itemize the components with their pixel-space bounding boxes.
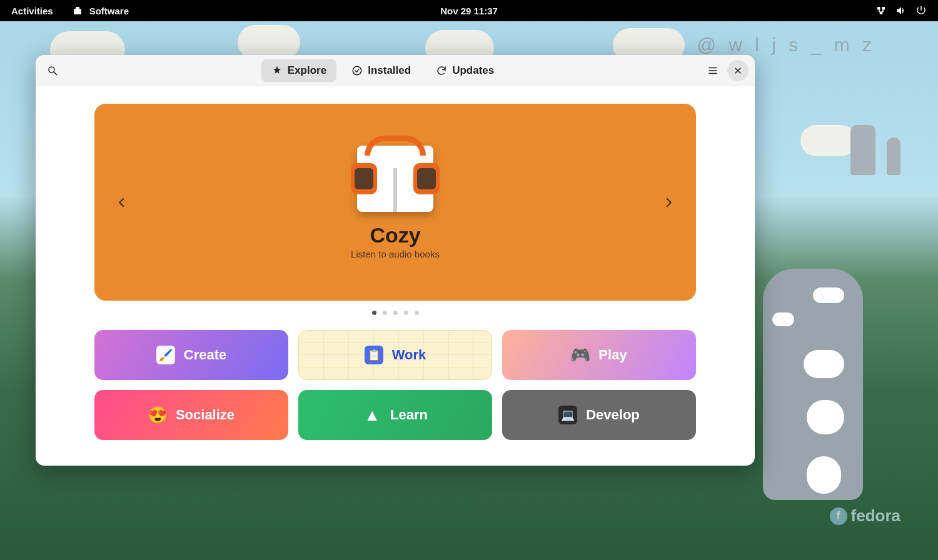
hamburger-icon: [707, 65, 719, 76]
category-label: Play: [598, 347, 627, 363]
network-icon: [875, 5, 887, 16]
fedora-label: fedora: [851, 506, 900, 526]
category-social[interactable]: 😍Socialize: [94, 390, 288, 440]
svg-point-4: [353, 66, 361, 75]
tower-window: [813, 288, 844, 303]
banner-pagination: [94, 311, 696, 315]
activities-button[interactable]: Activities: [11, 6, 53, 16]
category-grid: 🖌️Create📋Work🎮Play😍Socialize▲Learn💻Devel…: [94, 330, 696, 440]
stone-decoration: [850, 125, 875, 175]
develop-icon: 💻: [558, 406, 577, 424]
svg-line-3: [54, 72, 57, 75]
social-icon: 😍: [148, 406, 167, 424]
tower-window: [772, 312, 794, 326]
pagination-dot[interactable]: [393, 311, 398, 315]
category-develop[interactable]: 💻Develop: [502, 390, 696, 440]
fedora-logo-icon: f: [830, 508, 847, 525]
banner-next-button[interactable]: [657, 191, 680, 214]
svg-point-2: [49, 67, 54, 72]
tab-label: Updates: [452, 64, 494, 77]
category-label: Socialize: [176, 407, 234, 423]
category-work[interactable]: 📋Work: [298, 330, 492, 380]
watermark: @ w l j s _ m z: [697, 34, 875, 56]
featured-app-title: Cozy: [370, 223, 420, 248]
close-icon: [734, 66, 742, 75]
category-learn[interactable]: ▲Learn: [298, 390, 492, 440]
pagination-dot[interactable]: [372, 311, 376, 315]
tab-explore[interactable]: Explore: [261, 59, 336, 82]
tab-label: Explore: [288, 64, 326, 77]
featured-banner[interactable]: Cozy Listen to audio books: [94, 104, 696, 301]
chevron-right-icon: [663, 197, 674, 208]
system-status-area[interactable]: [875, 5, 927, 16]
header-bar: Explore Installed Updates: [36, 55, 755, 86]
power-icon: [915, 5, 927, 16]
view-switcher: Explore Installed Updates: [261, 59, 504, 82]
banner-prev-button[interactable]: [111, 191, 133, 214]
search-button[interactable]: [42, 60, 63, 81]
tab-updates[interactable]: Updates: [426, 59, 504, 82]
close-button[interactable]: [727, 60, 749, 81]
software-window: Explore Installed Updates: [36, 55, 755, 466]
gnome-top-bar: Activities Software Nov 29 11:37: [0, 0, 938, 21]
fedora-watermark: f fedora: [830, 506, 900, 526]
updates-icon: [436, 65, 447, 76]
category-create[interactable]: 🖌️Create: [94, 330, 288, 380]
menu-button[interactable]: [702, 60, 724, 81]
tab-label: Installed: [368, 64, 411, 77]
category-label: Develop: [586, 407, 640, 423]
stone-decoration: [887, 138, 900, 175]
pagination-dot[interactable]: [383, 311, 387, 315]
category-label: Work: [392, 347, 426, 363]
create-icon: 🖌️: [156, 346, 175, 364]
svg-rect-1: [76, 7, 79, 9]
active-app-label: Software: [89, 6, 129, 16]
learn-icon: ▲: [363, 406, 381, 424]
volume-icon: [895, 5, 907, 16]
tab-installed[interactable]: Installed: [341, 59, 421, 82]
window-content: Cozy Listen to audio books 🖌️Create📋Work…: [36, 86, 755, 452]
cloud-decoration: [800, 125, 857, 156]
clock[interactable]: Nov 29 11:37: [440, 6, 498, 16]
work-icon: 📋: [365, 346, 383, 364]
featured-app-icon: [357, 146, 433, 212]
category-label: Create: [184, 347, 226, 363]
play-icon: 🎮: [571, 346, 590, 364]
chevron-left-icon: [116, 197, 128, 208]
pagination-dot[interactable]: [415, 311, 419, 315]
cloud-decoration: [238, 25, 300, 59]
svg-rect-0: [74, 9, 81, 14]
tower-window: [804, 350, 844, 378]
tower-window: [807, 456, 841, 494]
active-app-indicator[interactable]: Software: [72, 5, 129, 16]
tower-window: [807, 400, 844, 434]
category-play[interactable]: 🎮Play: [502, 330, 696, 380]
featured-app-subtitle: Listen to audio books: [351, 249, 440, 259]
category-label: Learn: [390, 407, 428, 423]
software-icon: [72, 5, 83, 16]
search-icon: [47, 65, 58, 76]
pagination-dot[interactable]: [404, 311, 408, 315]
explore-icon: [271, 65, 283, 76]
installed-icon: [351, 65, 363, 76]
